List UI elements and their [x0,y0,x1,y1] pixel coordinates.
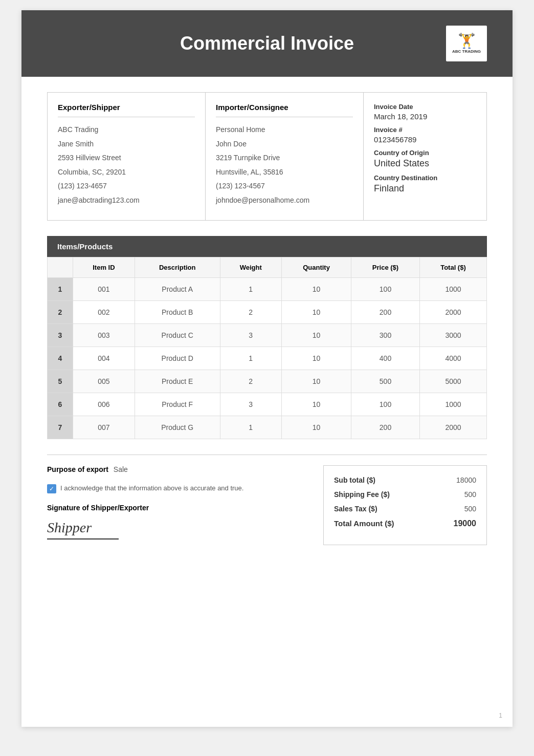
importer-address2: Huntsville, AL, 35816 [216,167,353,178]
cell-desc: Product E [135,370,220,393]
exporter-address2: Columbia, SC, 29201 [58,167,195,178]
total-label: Total Amount ($) [334,519,394,528]
footer-section: Purpose of export Sale ✓ I acknowledge t… [47,455,487,545]
cell-id: 007 [73,416,135,439]
cell-qty: 10 [281,300,351,323]
exporter-address1: 2593 Hillview Street [58,153,195,163]
shipping-row: Shipping Fee ($) 500 [334,490,476,499]
subtotal-label: Sub total ($) [334,476,375,484]
page-title: Commercial Invoice [88,33,446,54]
cell-price: 400 [351,347,420,370]
cell-qty: 10 [281,416,351,439]
items-heading: Items/Products [47,236,487,257]
importer-name: John Doe [216,139,353,149]
destination-label: Country Destination [374,174,476,182]
acknowledge-text: I acknowledge that the information above… [60,484,243,493]
exporter-company: ABC Trading [58,125,195,135]
cell-id: 005 [73,370,135,393]
exporter-col: Exporter/Shipper ABC Trading Jane Smith … [48,93,206,220]
cell-id: 002 [73,300,135,323]
row-num: 7 [48,416,73,439]
importer-col: Importer/Consignee Personal Home John Do… [206,93,364,220]
table-row: 7 007 Product G 1 10 200 2000 [48,416,487,439]
info-section: Exporter/Shipper ABC Trading Jane Smith … [47,92,487,221]
cell-qty: 10 [281,393,351,416]
cell-total: 2000 [419,300,486,323]
cell-desc: Product F [135,393,220,416]
cell-price: 100 [351,393,420,416]
total-value: 19000 [454,519,477,528]
cell-desc: Product B [135,300,220,323]
row-num: 1 [48,277,73,300]
content: Exporter/Shipper ABC Trading Jane Smith … [21,77,513,560]
footer-left: Purpose of export Sale ✓ I acknowledge t… [47,465,308,545]
invoice-page: Commercial Invoice 🏋 ABC TRADING Exporte… [21,10,513,727]
table-row: 4 004 Product D 1 10 400 4000 [48,347,487,370]
date-value: March 18, 2019 [374,112,476,121]
table-row: 6 006 Product F 3 10 100 1000 [48,393,487,416]
col-total: Total ($) [419,257,486,277]
subtotal-value: 18000 [456,476,476,484]
row-num: 4 [48,347,73,370]
cell-weight: 1 [220,347,281,370]
importer-phone: (123) 123-4567 [216,181,353,191]
row-num: 2 [48,300,73,323]
cell-price: 300 [351,323,420,347]
tax-label: Sales Tax ($) [334,505,377,513]
cell-desc: Product G [135,416,220,439]
purpose-value: Sale [114,465,128,473]
row-num: 3 [48,323,73,347]
purpose-row: Purpose of export Sale [47,465,298,473]
row-num: 6 [48,393,73,416]
importer-address1: 3219 Turnpike Drive [216,153,353,163]
importer-heading: Importer/Consignee [216,103,353,117]
cell-price: 200 [351,300,420,323]
exporter-phone: (123) 123-4657 [58,181,195,191]
col-item-id: Item ID [73,257,135,277]
col-num [48,257,73,277]
cell-qty: 10 [281,277,351,300]
signature-label: Signature of Shipper/Exporter [47,504,298,512]
cell-desc: Product C [135,323,220,347]
cell-weight: 3 [220,393,281,416]
col-description: Description [135,257,220,277]
number-label: Invoice # [374,126,476,134]
destination-value: Finland [374,183,476,194]
cell-price: 500 [351,370,420,393]
cell-total: 3000 [419,323,486,347]
table-row: 1 001 Product A 1 10 100 1000 [48,277,487,300]
exporter-name: Jane Smith [58,139,195,149]
invoice-info-col: Invoice Date March 18, 2019 Invoice # 01… [364,93,486,220]
shipping-label: Shipping Fee ($) [334,490,390,499]
cell-total: 1000 [419,393,486,416]
cell-price: 200 [351,416,420,439]
cell-weight: 3 [220,323,281,347]
table-row: 3 003 Product C 3 10 300 3000 [48,323,487,347]
items-table: Item ID Description Weight Quantity Pric… [47,257,487,439]
importer-company: Personal Home [216,125,353,135]
origin-label: Country of Origin [374,149,476,157]
cell-total: 4000 [419,347,486,370]
signature: Shipper [47,520,119,539]
shipping-value: 500 [464,490,476,499]
exporter-email: jane@abctrading123.com [58,196,195,206]
totals-box: Sub total ($) 18000 Shipping Fee ($) 500… [323,465,487,545]
cell-weight: 2 [220,300,281,323]
cell-total: 5000 [419,370,486,393]
tax-value: 500 [464,505,476,513]
cell-desc: Product A [135,277,220,300]
logo-icon: 🏋 [458,34,476,48]
number-value: 0123456789 [374,135,476,144]
cell-qty: 10 [281,347,351,370]
col-price: Price ($) [351,257,420,277]
cell-qty: 10 [281,370,351,393]
table-row: 2 002 Product B 2 10 200 2000 [48,300,487,323]
cell-id: 001 [73,277,135,300]
header: Commercial Invoice 🏋 ABC TRADING [21,10,513,77]
cell-total: 2000 [419,416,486,439]
origin-value: United States [374,158,476,169]
acknowledge-checkbox[interactable]: ✓ [47,484,56,493]
tax-row: Sales Tax ($) 500 [334,505,476,513]
subtotal-row: Sub total ($) 18000 [334,476,476,484]
importer-email: johndoe@personalhome.com [216,196,353,206]
